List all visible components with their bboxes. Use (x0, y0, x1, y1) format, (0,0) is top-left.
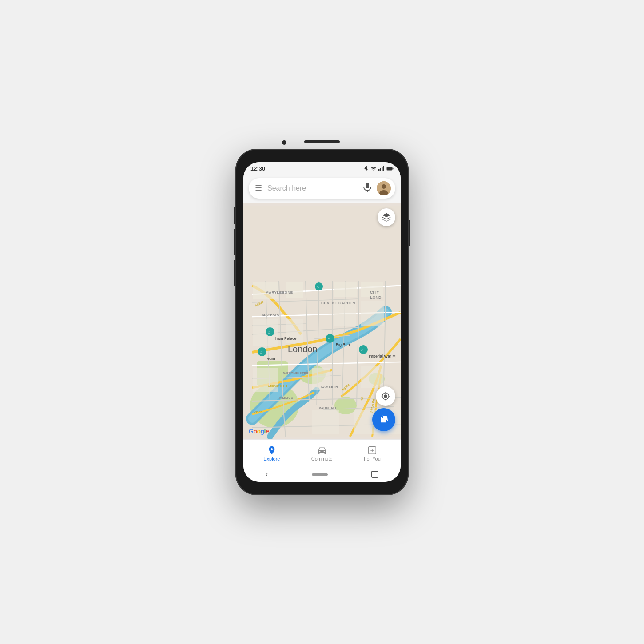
explore-label: Explore (263, 456, 280, 461)
svg-text:ham Palace: ham Palace (275, 336, 297, 341)
status-time: 12:30 (250, 165, 265, 172)
svg-text:PIMLICO: PIMLICO (279, 396, 294, 399)
svg-rect-22 (361, 282, 383, 297)
status-icons (363, 165, 394, 171)
svg-rect-5 (387, 167, 392, 170)
my-location-button[interactable] (376, 386, 395, 406)
phone-screen: 12:30 (243, 162, 401, 482)
svg-text:Grosvenor Rd: Grosvenor Rd (268, 384, 287, 387)
svg-text:London: London (288, 344, 318, 354)
map-area[interactable]: MARYLEBONE MAYFAIR COVENT GARDEN CITY LO… (243, 203, 401, 439)
foryou-label: For You (364, 456, 381, 461)
android-nav-bar: ‹ (243, 467, 401, 482)
recents-button[interactable] (371, 471, 378, 478)
svg-point-61 (315, 282, 323, 290)
svg-rect-26 (361, 301, 384, 326)
svg-text:CITY: CITY (370, 290, 379, 294)
svg-text:Imperial War M: Imperial War M (369, 354, 396, 358)
svg-rect-20 (286, 282, 303, 298)
svg-text:VAUXHALL: VAUXHALL (319, 406, 338, 409)
layers-icon (382, 212, 391, 222)
signal-icon (378, 166, 385, 171)
map-svg: MARYLEBONE MAYFAIR COVENT GARDEN CITY LO… (243, 203, 401, 439)
svg-rect-0 (378, 169, 380, 171)
bottom-nav: Explore Commute For You (243, 439, 401, 467)
svg-text:⌂: ⌂ (317, 285, 319, 289)
power-button[interactable] (234, 260, 235, 286)
home-button[interactable] (312, 473, 328, 476)
user-avatar[interactable] (377, 181, 391, 195)
menu-icon[interactable]: ☰ (253, 182, 264, 195)
commute-icon (317, 445, 327, 455)
volume-up-button[interactable] (234, 207, 235, 224)
svg-point-63 (384, 394, 387, 398)
svg-rect-30 (312, 410, 339, 434)
nav-commute[interactable]: Commute (304, 444, 340, 463)
directions-button[interactable] (372, 408, 395, 431)
explore-icon (267, 445, 277, 455)
bluetooth-icon (363, 165, 369, 171)
nav-foryou[interactable]: For You (357, 444, 388, 463)
svg-text:A3205: A3205 (253, 411, 262, 414)
volume-down-button[interactable] (234, 229, 235, 255)
search-bar-container: ☰ Search here (243, 175, 401, 203)
svg-rect-21 (334, 282, 357, 297)
commute-label: Commute (311, 456, 333, 461)
svg-text:⌂: ⌂ (361, 348, 363, 352)
svg-rect-7 (366, 183, 369, 188)
svg-text:⌂: ⌂ (260, 350, 262, 354)
svg-rect-6 (393, 167, 394, 169)
status-bar: 12:30 (243, 162, 401, 175)
layers-button[interactable] (378, 208, 395, 226)
svg-text:⌂: ⌂ (328, 337, 330, 341)
svg-point-11 (382, 184, 386, 189)
svg-text:⌂: ⌂ (268, 330, 270, 334)
svg-rect-27 (253, 368, 278, 392)
nav-explore[interactable]: Explore (256, 444, 287, 463)
back-button[interactable]: ‹ (266, 470, 268, 478)
my-location-icon (381, 391, 390, 401)
svg-text:LAMBETH: LAMBETH (321, 385, 338, 388)
svg-text:WESTMINSTER: WESTMINSTER (283, 372, 309, 375)
speaker (304, 140, 340, 143)
google-logo: Google (249, 428, 269, 435)
svg-rect-1 (380, 168, 382, 171)
directions-icon (378, 414, 390, 425)
phone-device: 12:30 (235, 149, 409, 495)
foryou-icon (367, 445, 377, 455)
svg-rect-3 (383, 166, 385, 171)
search-bar[interactable]: ☰ Search here (249, 178, 395, 199)
svg-rect-2 (382, 167, 383, 171)
svg-text:MARYLEBONE: MARYLEBONE (266, 290, 293, 294)
svg-text:MAYFAIR: MAYFAIR (262, 313, 279, 317)
svg-text:COVENT GARDEN: COVENT GARDEN (321, 301, 355, 305)
svg-text:eum: eum (267, 356, 275, 361)
wifi-icon (370, 166, 377, 171)
front-camera (282, 140, 286, 145)
svg-rect-29 (361, 366, 383, 388)
svg-text:Big Ben: Big Ben (336, 342, 350, 347)
svg-text:LOND: LOND (370, 295, 382, 300)
search-input[interactable]: Search here (267, 184, 358, 192)
mic-icon[interactable] (362, 181, 373, 196)
battery-icon (386, 166, 394, 171)
